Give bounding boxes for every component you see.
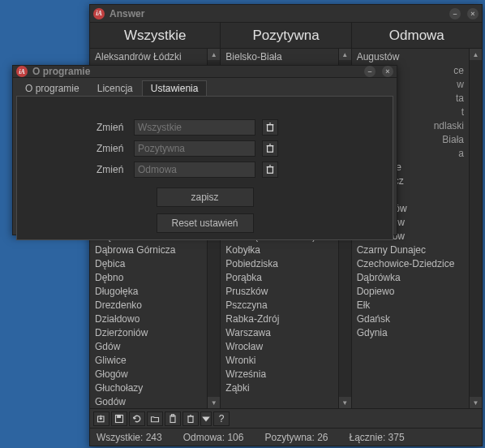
list-item[interactable]: Aleksandrów Łódzki [90,50,207,64]
list-item[interactable]: Warszawa [221,326,337,340]
scrollbar-odmowa[interactable]: ▲ ▼ [469,49,482,408]
settings-row-3: Zmień [97,162,278,178]
list-item[interactable]: Dębno [90,271,207,285]
toolbar-import-icon[interactable] [93,411,109,426]
clear-icon[interactable] [262,140,278,157]
list-item[interactable]: Wrocław [221,340,337,354]
list-item[interactable]: Pszczyna [221,299,337,312]
settings-row-2: Zmień [97,140,278,157]
list-item[interactable]: Augustów [352,50,469,64]
app-icon: iA [16,66,28,77]
settings-row-1: Zmień [97,119,278,136]
scroll-down-icon[interactable]: ▼ [208,397,220,408]
list-item[interactable]: Czarny Dunajec [352,243,469,257]
list-item[interactable]: Długołęka [90,285,207,299]
dialog-close-button[interactable]: × [382,66,393,77]
list-item[interactable]: Dzierżoniów [90,326,207,340]
dialog-titlebar[interactable]: iA O programie – × [13,66,397,78]
list-item[interactable]: Dąbrowa Górnicza [90,243,207,257]
list-item[interactable]: Ełk [352,299,469,312]
toolbar-delete-icon[interactable] [182,411,199,426]
list-item[interactable]: Gdów [90,340,207,354]
list-item[interactable]: Porąbka [221,271,337,285]
list-item[interactable]: Gdynia [352,326,469,340]
tab-wszystkie[interactable]: Wszystkie [90,23,221,48]
list-item[interactable]: Głogów [90,368,207,381]
about-dialog: iA O programie – × O programie Licencja … [12,65,397,235]
list-item[interactable]: Gdańsk [352,312,469,326]
dialog-tabs: O programie Licencja Ustawienia [13,78,397,96]
svg-rect-7 [268,146,273,153]
svg-rect-6 [268,125,273,131]
list-item[interactable]: Pobiedziska [221,257,337,271]
list-item[interactable]: Dopiewo [352,285,469,299]
clear-icon[interactable] [262,162,278,178]
scroll-up-icon[interactable]: ▲ [339,49,351,60]
list-item[interactable]: Godów [90,395,207,408]
row-label: Zmień [97,143,127,154]
toolbar-help-icon[interactable]: ? [213,411,230,426]
dialog-body: Zmień Zmień Zmień z [16,96,393,240]
status-lacznie: Łącznie: 375 [350,432,405,443]
list-item[interactable]: Ząbki [221,381,337,395]
app-icon: iA [93,8,105,19]
scroll-up-icon[interactable]: ▲ [208,49,220,60]
toolbar-clipboard-icon[interactable] [165,411,181,426]
list-item[interactable]: Dębica [90,257,207,271]
reset-button[interactable]: Reset ustawień [157,213,254,233]
tab-pozytywna[interactable]: Pozytywna [221,23,351,48]
dialog-tab-licence[interactable]: Licencja [88,80,142,96]
svg-rect-5 [188,416,193,423]
minimize-button[interactable]: – [449,8,461,19]
list-item[interactable]: Gliwice [90,354,207,368]
scroll-up-icon[interactable]: ▲ [470,49,482,60]
rename-input-odmowa[interactable] [134,162,255,178]
close-button[interactable]: × [467,8,479,19]
save-button[interactable]: zapisz [157,187,254,207]
tab-odmowa[interactable]: Odmowa [352,23,482,48]
list-item[interactable]: Pruszków [221,285,337,299]
toolbar-save-icon[interactable] [111,411,127,426]
dialog-minimize-button[interactable]: – [364,66,376,77]
status-wszystkie: Wszystkie: 243 [97,432,162,443]
svg-rect-2 [118,415,121,417]
status-odmowa: Odmowa: 106 [183,432,244,443]
dialog-tab-settings[interactable]: Ustawienia [142,80,208,96]
answer-titlebar[interactable]: iA Answer – × [90,5,482,23]
list-item[interactable]: Rabka-Zdrój [221,312,337,326]
window-title: Answer [109,8,144,19]
category-tabs: Wszystkie Pozytywna Odmowa [90,23,482,49]
status-pozytywna: Pozytywna: 26 [264,432,328,443]
list-item[interactable]: Głuchołazy [90,381,207,395]
dialog-title: O programie [32,66,90,77]
list-item[interactable]: Drezdenko [90,299,207,312]
rename-input-wszystkie[interactable] [134,119,255,136]
list-item[interactable]: Czechowice-Dziedzice [352,257,469,271]
list-item[interactable]: Działdowo [90,312,207,326]
scroll-down-icon[interactable]: ▼ [339,397,351,408]
list-item[interactable]: Bielsko-Biała [221,50,337,64]
svg-rect-8 [268,167,273,174]
list-item[interactable]: Września [221,368,337,381]
list-item[interactable]: Kobyłka [221,243,337,257]
toolbar: ? [90,408,482,428]
dialog-tab-about[interactable]: O programie [16,80,88,96]
clear-icon[interactable] [262,119,278,136]
toolbar-dropdown-icon[interactable] [200,411,212,426]
rename-input-pozytywna[interactable] [134,140,255,157]
row-label: Zmień [97,164,127,175]
row-label: Zmień [97,122,127,133]
toolbar-refresh-icon[interactable] [129,411,145,426]
list-item[interactable]: Dąbrówka [352,271,469,285]
statusbar: Wszystkie: 243 Odmowa: 106 Pozytywna: 26… [90,428,482,446]
list-item[interactable]: Wronki [221,354,337,368]
scroll-down-icon[interactable]: ▼ [470,397,482,408]
toolbar-open-icon[interactable] [147,411,163,426]
